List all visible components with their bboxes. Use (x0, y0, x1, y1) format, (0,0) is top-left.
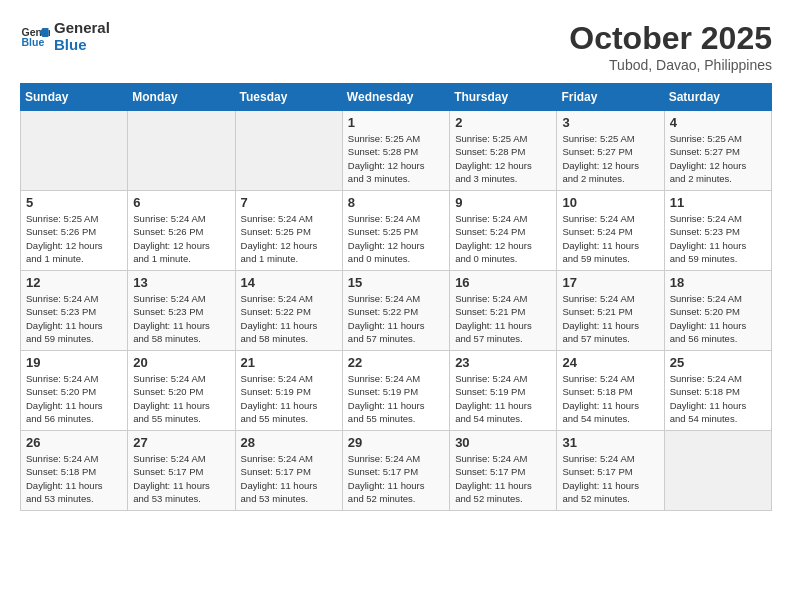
day-number: 19 (26, 355, 122, 370)
day-info: Sunrise: 5:25 AM Sunset: 5:26 PM Dayligh… (26, 212, 122, 265)
day-cell: 1Sunrise: 5:25 AM Sunset: 5:28 PM Daylig… (342, 111, 449, 191)
day-cell (128, 111, 235, 191)
day-info: Sunrise: 5:25 AM Sunset: 5:28 PM Dayligh… (348, 132, 444, 185)
day-number: 20 (133, 355, 229, 370)
day-number: 23 (455, 355, 551, 370)
day-cell: 6Sunrise: 5:24 AM Sunset: 5:26 PM Daylig… (128, 191, 235, 271)
day-number: 4 (670, 115, 766, 130)
day-number: 14 (241, 275, 337, 290)
day-cell: 27Sunrise: 5:24 AM Sunset: 5:17 PM Dayli… (128, 431, 235, 511)
day-cell (21, 111, 128, 191)
day-number: 8 (348, 195, 444, 210)
day-cell: 19Sunrise: 5:24 AM Sunset: 5:20 PM Dayli… (21, 351, 128, 431)
day-cell: 11Sunrise: 5:24 AM Sunset: 5:23 PM Dayli… (664, 191, 771, 271)
day-info: Sunrise: 5:25 AM Sunset: 5:28 PM Dayligh… (455, 132, 551, 185)
header-cell-tuesday: Tuesday (235, 84, 342, 111)
day-number: 22 (348, 355, 444, 370)
day-cell: 30Sunrise: 5:24 AM Sunset: 5:17 PM Dayli… (450, 431, 557, 511)
header-cell-thursday: Thursday (450, 84, 557, 111)
week-row-2: 5Sunrise: 5:25 AM Sunset: 5:26 PM Daylig… (21, 191, 772, 271)
day-number: 13 (133, 275, 229, 290)
day-cell: 7Sunrise: 5:24 AM Sunset: 5:25 PM Daylig… (235, 191, 342, 271)
day-number: 27 (133, 435, 229, 450)
day-cell: 3Sunrise: 5:25 AM Sunset: 5:27 PM Daylig… (557, 111, 664, 191)
day-info: Sunrise: 5:24 AM Sunset: 5:22 PM Dayligh… (241, 292, 337, 345)
day-number: 11 (670, 195, 766, 210)
day-cell: 10Sunrise: 5:24 AM Sunset: 5:24 PM Dayli… (557, 191, 664, 271)
day-info: Sunrise: 5:24 AM Sunset: 5:19 PM Dayligh… (348, 372, 444, 425)
day-info: Sunrise: 5:24 AM Sunset: 5:19 PM Dayligh… (455, 372, 551, 425)
day-info: Sunrise: 5:24 AM Sunset: 5:25 PM Dayligh… (348, 212, 444, 265)
day-cell: 18Sunrise: 5:24 AM Sunset: 5:20 PM Dayli… (664, 271, 771, 351)
day-cell: 17Sunrise: 5:24 AM Sunset: 5:21 PM Dayli… (557, 271, 664, 351)
day-number: 24 (562, 355, 658, 370)
day-cell: 20Sunrise: 5:24 AM Sunset: 5:20 PM Dayli… (128, 351, 235, 431)
day-info: Sunrise: 5:24 AM Sunset: 5:24 PM Dayligh… (455, 212, 551, 265)
day-info: Sunrise: 5:24 AM Sunset: 5:18 PM Dayligh… (562, 372, 658, 425)
logo: General Blue General Blue (20, 20, 110, 53)
day-info: Sunrise: 5:24 AM Sunset: 5:17 PM Dayligh… (562, 452, 658, 505)
day-number: 26 (26, 435, 122, 450)
day-number: 30 (455, 435, 551, 450)
day-info: Sunrise: 5:24 AM Sunset: 5:17 PM Dayligh… (348, 452, 444, 505)
day-info: Sunrise: 5:24 AM Sunset: 5:26 PM Dayligh… (133, 212, 229, 265)
header-row: SundayMondayTuesdayWednesdayThursdayFrid… (21, 84, 772, 111)
header-cell-saturday: Saturday (664, 84, 771, 111)
day-info: Sunrise: 5:25 AM Sunset: 5:27 PM Dayligh… (670, 132, 766, 185)
day-number: 6 (133, 195, 229, 210)
header-cell-wednesday: Wednesday (342, 84, 449, 111)
day-cell: 8Sunrise: 5:24 AM Sunset: 5:25 PM Daylig… (342, 191, 449, 271)
day-cell: 24Sunrise: 5:24 AM Sunset: 5:18 PM Dayli… (557, 351, 664, 431)
header: General Blue General Blue October 2025 T… (20, 20, 772, 73)
day-number: 12 (26, 275, 122, 290)
header-cell-sunday: Sunday (21, 84, 128, 111)
title-area: October 2025 Tubod, Davao, Philippines (569, 20, 772, 73)
day-number: 25 (670, 355, 766, 370)
day-info: Sunrise: 5:24 AM Sunset: 5:18 PM Dayligh… (26, 452, 122, 505)
day-number: 31 (562, 435, 658, 450)
day-info: Sunrise: 5:24 AM Sunset: 5:21 PM Dayligh… (455, 292, 551, 345)
day-cell: 26Sunrise: 5:24 AM Sunset: 5:18 PM Dayli… (21, 431, 128, 511)
day-number: 10 (562, 195, 658, 210)
day-cell: 13Sunrise: 5:24 AM Sunset: 5:23 PM Dayli… (128, 271, 235, 351)
day-cell: 4Sunrise: 5:25 AM Sunset: 5:27 PM Daylig… (664, 111, 771, 191)
day-info: Sunrise: 5:24 AM Sunset: 5:25 PM Dayligh… (241, 212, 337, 265)
day-info: Sunrise: 5:24 AM Sunset: 5:20 PM Dayligh… (26, 372, 122, 425)
day-number: 17 (562, 275, 658, 290)
day-info: Sunrise: 5:24 AM Sunset: 5:22 PM Dayligh… (348, 292, 444, 345)
week-row-1: 1Sunrise: 5:25 AM Sunset: 5:28 PM Daylig… (21, 111, 772, 191)
day-info: Sunrise: 5:24 AM Sunset: 5:21 PM Dayligh… (562, 292, 658, 345)
week-row-4: 19Sunrise: 5:24 AM Sunset: 5:20 PM Dayli… (21, 351, 772, 431)
day-cell: 29Sunrise: 5:24 AM Sunset: 5:17 PM Dayli… (342, 431, 449, 511)
logo-blue: Blue (54, 37, 110, 54)
week-row-3: 12Sunrise: 5:24 AM Sunset: 5:23 PM Dayli… (21, 271, 772, 351)
day-cell: 21Sunrise: 5:24 AM Sunset: 5:19 PM Dayli… (235, 351, 342, 431)
day-number: 7 (241, 195, 337, 210)
subtitle: Tubod, Davao, Philippines (569, 57, 772, 73)
header-cell-monday: Monday (128, 84, 235, 111)
day-cell: 15Sunrise: 5:24 AM Sunset: 5:22 PM Dayli… (342, 271, 449, 351)
day-info: Sunrise: 5:24 AM Sunset: 5:17 PM Dayligh… (133, 452, 229, 505)
day-cell: 9Sunrise: 5:24 AM Sunset: 5:24 PM Daylig… (450, 191, 557, 271)
day-cell: 16Sunrise: 5:24 AM Sunset: 5:21 PM Dayli… (450, 271, 557, 351)
logo-icon: General Blue (20, 22, 50, 52)
day-cell (664, 431, 771, 511)
day-info: Sunrise: 5:24 AM Sunset: 5:18 PM Dayligh… (670, 372, 766, 425)
day-cell: 5Sunrise: 5:25 AM Sunset: 5:26 PM Daylig… (21, 191, 128, 271)
day-number: 3 (562, 115, 658, 130)
day-info: Sunrise: 5:24 AM Sunset: 5:23 PM Dayligh… (26, 292, 122, 345)
day-info: Sunrise: 5:24 AM Sunset: 5:17 PM Dayligh… (455, 452, 551, 505)
day-cell: 25Sunrise: 5:24 AM Sunset: 5:18 PM Dayli… (664, 351, 771, 431)
header-cell-friday: Friday (557, 84, 664, 111)
day-info: Sunrise: 5:24 AM Sunset: 5:19 PM Dayligh… (241, 372, 337, 425)
day-number: 18 (670, 275, 766, 290)
day-info: Sunrise: 5:24 AM Sunset: 5:24 PM Dayligh… (562, 212, 658, 265)
day-info: Sunrise: 5:24 AM Sunset: 5:23 PM Dayligh… (133, 292, 229, 345)
calendar-table: SundayMondayTuesdayWednesdayThursdayFrid… (20, 83, 772, 511)
svg-text:Blue: Blue (22, 36, 45, 48)
logo-general: General (54, 20, 110, 37)
day-number: 16 (455, 275, 551, 290)
week-row-5: 26Sunrise: 5:24 AM Sunset: 5:18 PM Dayli… (21, 431, 772, 511)
day-number: 28 (241, 435, 337, 450)
day-cell: 2Sunrise: 5:25 AM Sunset: 5:28 PM Daylig… (450, 111, 557, 191)
